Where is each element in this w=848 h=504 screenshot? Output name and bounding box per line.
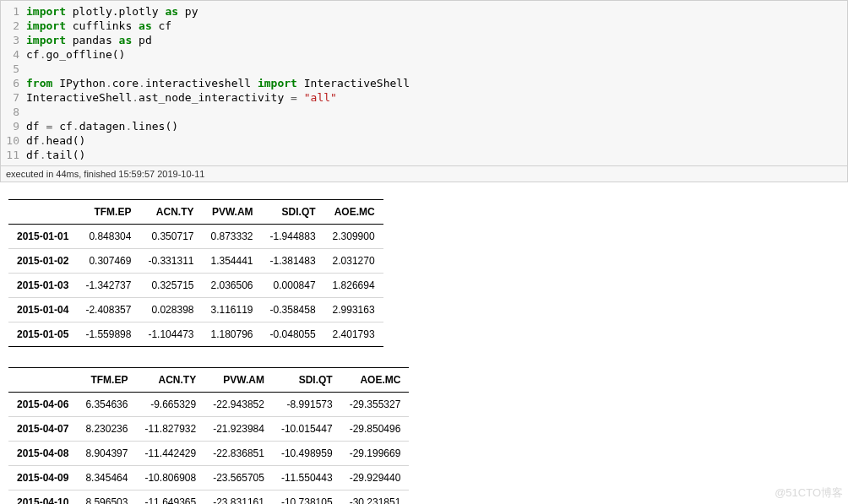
cell-value: -29.199669 [341, 442, 410, 466]
line-number: 7 [1, 90, 26, 105]
column-header: AOE.MC [341, 368, 410, 393]
cell-value: 8.230236 [77, 417, 136, 442]
cell-value: -0.358458 [262, 298, 324, 322]
table-row: 2015-01-010.8483040.3507170.873332-1.944… [8, 225, 383, 249]
code-cell[interactable]: 1import plotly.plotly as py2import cuffl… [0, 0, 848, 166]
cell-value: 6.354636 [77, 393, 136, 417]
code-content[interactable]: df.tail() [26, 148, 847, 162]
code-line[interactable]: 3import pandas as pd [1, 33, 847, 47]
cell-value: 1.826694 [324, 274, 383, 298]
code-content[interactable]: cf.go_offline() [26, 47, 847, 62]
code-content[interactable]: df = cf.datagen.lines() [26, 119, 847, 133]
column-header: TFM.EP [77, 200, 139, 225]
watermark: @51CTO博客 [775, 485, 843, 501]
cell-value: -1.342737 [77, 274, 139, 298]
code-line[interactable]: 9df = cf.datagen.lines() [1, 119, 847, 133]
cell-value: -0.048055 [262, 322, 324, 347]
line-number: 10 [1, 133, 26, 148]
cell-value: 2.036506 [202, 274, 261, 298]
code-content[interactable]: import cufflinks as cf [26, 19, 847, 33]
cell-value: 2.993163 [324, 298, 383, 322]
row-index: 2015-04-06 [8, 393, 77, 417]
index-header [8, 368, 77, 393]
column-header: ACN.TY [136, 368, 204, 393]
cell-value: -30.231851 [341, 490, 410, 505]
cell-value: 0.000847 [262, 274, 324, 298]
table-row: 2015-04-066.354636-9.665329-22.943852-8.… [8, 393, 409, 417]
cell-value: 0.873332 [202, 225, 261, 249]
cell-value: 1.180796 [202, 322, 261, 347]
line-number: 5 [1, 62, 26, 76]
line-number: 6 [1, 76, 26, 90]
code-line[interactable]: 6from IPython.core.interactiveshell impo… [1, 76, 847, 90]
column-header: TFM.EP [77, 368, 136, 393]
line-number: 1 [1, 4, 26, 19]
cell-value: -29.850496 [341, 417, 410, 442]
line-number: 8 [1, 105, 26, 119]
code-content[interactable]: from IPython.core.interactiveshell impor… [26, 76, 847, 90]
code-line[interactable]: 11df.tail() [1, 148, 847, 162]
cell-value: -11.442429 [136, 442, 204, 466]
column-header: SDI.QT [273, 368, 341, 393]
cell-value: 0.350717 [139, 225, 202, 249]
column-header: SDI.QT [262, 200, 324, 225]
table-row: 2015-04-078.230236-11.827932-21.923984-1… [8, 417, 409, 442]
code-content[interactable]: InteractiveShell.ast_node_interactivity … [26, 90, 847, 105]
cell-value: 8.345464 [77, 466, 136, 490]
dataframe-tail: TFM.EPACN.TYPVW.AMSDI.QTAOE.MC2015-04-06… [8, 367, 409, 504]
row-index: 2015-04-08 [8, 442, 77, 466]
code-content[interactable]: import plotly.plotly as py [26, 4, 847, 19]
cell-value: -22.943852 [204, 393, 273, 417]
cell-value: 2.309900 [324, 225, 383, 249]
code-line[interactable]: 10df.head() [1, 133, 847, 148]
cell-value: 0.325715 [139, 274, 202, 298]
row-index: 2015-01-02 [8, 249, 77, 274]
code-content[interactable]: import pandas as pd [26, 33, 847, 47]
cell-value: -8.991573 [273, 393, 341, 417]
table-row: 2015-01-05-1.559898-1.1044731.180796-0.0… [8, 322, 383, 347]
cell-value: 3.116119 [202, 298, 261, 322]
dataframe-head: TFM.EPACN.TYPVW.AMSDI.QTAOE.MC2015-01-01… [8, 199, 383, 347]
row-index: 2015-04-07 [8, 417, 77, 442]
table-row: 2015-01-04-2.4083570.0283983.116119-0.35… [8, 298, 383, 322]
column-header: AOE.MC [324, 200, 383, 225]
code-content[interactable]: df.head() [26, 133, 847, 148]
column-header: PVW.AM [204, 368, 273, 393]
cell-value: -23.831161 [204, 490, 273, 505]
line-number: 2 [1, 19, 26, 33]
line-number: 11 [1, 148, 26, 162]
row-index: 2015-04-10 [8, 490, 77, 505]
cell-value: 8.596503 [77, 490, 136, 505]
cell-value: -22.836851 [204, 442, 273, 466]
table-row: 2015-04-098.345464-10.806908-23.565705-1… [8, 466, 409, 490]
cell-value: -9.665329 [136, 393, 204, 417]
row-index: 2015-01-05 [8, 322, 77, 347]
code-line[interactable]: 4cf.go_offline() [1, 47, 847, 62]
table-row: 2015-04-088.904397-11.442429-22.836851-1… [8, 442, 409, 466]
cell-value: -1.944883 [262, 225, 324, 249]
cell-value: -29.929440 [341, 466, 410, 490]
output-area: TFM.EPACN.TYPVW.AMSDI.QTAOE.MC2015-01-01… [0, 182, 848, 504]
cell-value: -10.806908 [136, 466, 204, 490]
cell-value: 0.307469 [77, 249, 139, 274]
row-index: 2015-01-01 [8, 225, 77, 249]
cell-value: -21.923984 [204, 417, 273, 442]
code-line[interactable]: 5 [1, 62, 847, 76]
cell-value: -11.649365 [136, 490, 204, 505]
row-index: 2015-01-03 [8, 274, 77, 298]
cell-value: 2.031270 [324, 249, 383, 274]
table-row: 2015-04-108.596503-11.649365-23.831161-1… [8, 490, 409, 505]
code-line[interactable]: 1import plotly.plotly as py [1, 4, 847, 19]
row-index: 2015-01-04 [8, 298, 77, 322]
cell-value: 0.848304 [77, 225, 139, 249]
cell-value: -10.015447 [273, 417, 341, 442]
row-index: 2015-04-09 [8, 466, 77, 490]
column-header: PVW.AM [202, 200, 261, 225]
cell-value: -1.381483 [262, 249, 324, 274]
code-line[interactable]: 8 [1, 105, 847, 119]
cell-value: -10.498959 [273, 442, 341, 466]
code-line[interactable]: 7InteractiveShell.ast_node_interactivity… [1, 90, 847, 105]
code-line[interactable]: 2import cufflinks as cf [1, 19, 847, 33]
cell-value: -10.738105 [273, 490, 341, 505]
cell-value: -0.331311 [139, 249, 202, 274]
